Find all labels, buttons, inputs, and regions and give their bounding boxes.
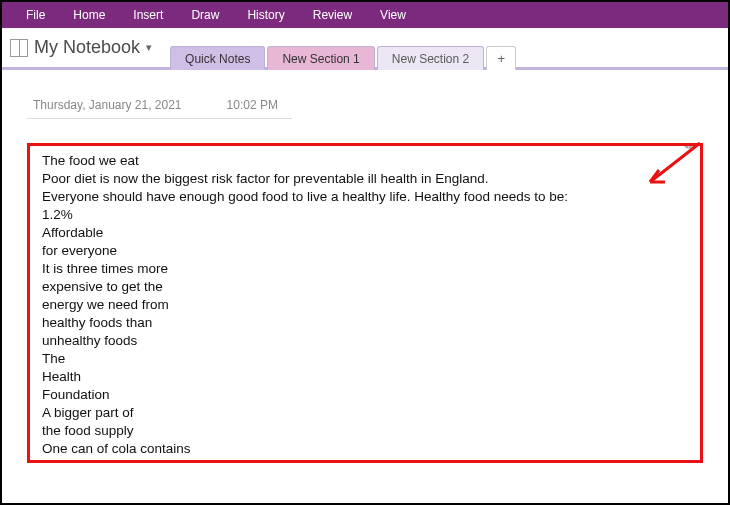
ribbon-file[interactable]: File [12, 2, 59, 28]
note-line[interactable]: The food we eat [42, 152, 690, 170]
toolbar: My Notebook ▾ Quick Notes New Section 1 … [2, 28, 728, 70]
note-line[interactable]: expensive to get the [42, 278, 690, 296]
note-line[interactable]: Affordable [42, 224, 690, 242]
notebook-icon [10, 39, 28, 57]
ribbon-home[interactable]: Home [59, 2, 119, 28]
page-area: Thursday, January 21, 2021 10:02 PM · · … [2, 70, 728, 500]
note-line[interactable]: unhealthy foods [42, 332, 690, 350]
note-line[interactable]: the food supply [42, 422, 690, 440]
note-line[interactable]: The [42, 350, 690, 368]
ribbon-draw[interactable]: Draw [177, 2, 233, 28]
page-date: Thursday, January 21, 2021 [33, 98, 182, 112]
page-time: 10:02 PM [227, 98, 278, 112]
note-line[interactable]: Foundation [42, 386, 690, 404]
note-line[interactable]: One can of cola contains [42, 440, 690, 458]
note-line[interactable]: Poor diet is now the biggest risk factor… [42, 170, 690, 188]
chevron-down-icon[interactable]: ▾ [146, 41, 152, 54]
note-line[interactable]: 1.2% [42, 206, 690, 224]
note-line[interactable]: nine cubes of sugar — [42, 458, 690, 463]
ribbon-review[interactable]: Review [299, 2, 366, 28]
note-line[interactable]: for everyone [42, 242, 690, 260]
note-line[interactable]: Everyone should have enough good food to… [42, 188, 690, 206]
ribbon-insert[interactable]: Insert [119, 2, 177, 28]
page-meta: Thursday, January 21, 2021 10:02 PM [27, 90, 292, 119]
notebook-dropdown[interactable]: My Notebook [34, 37, 140, 58]
tab-new-section-2[interactable]: New Section 2 [377, 46, 484, 70]
note-drag-handle[interactable]: · · · · [30, 143, 700, 148]
ribbon-view[interactable]: View [366, 2, 420, 28]
note-line[interactable]: healthy foods than [42, 314, 690, 332]
tab-new-section-1[interactable]: New Section 1 [267, 46, 374, 70]
ribbon-bar: File Home Insert Draw History Review Vie… [2, 2, 728, 28]
note-resize-handle[interactable]: ◂▸ [684, 143, 694, 151]
section-tabs: Quick Notes New Section 1 New Section 2 … [170, 28, 516, 67]
ribbon-history[interactable]: History [233, 2, 298, 28]
tab-quick-notes[interactable]: Quick Notes [170, 46, 265, 70]
tab-add-section[interactable]: + [486, 46, 516, 70]
note-line[interactable]: Health [42, 368, 690, 386]
note-line[interactable]: energy we need from [42, 296, 690, 314]
note-line[interactable]: It is three times more [42, 260, 690, 278]
note-line[interactable]: A bigger part of [42, 404, 690, 422]
note-container[interactable]: · · · · ◂▸ The food we eat Poor diet is … [27, 143, 703, 463]
